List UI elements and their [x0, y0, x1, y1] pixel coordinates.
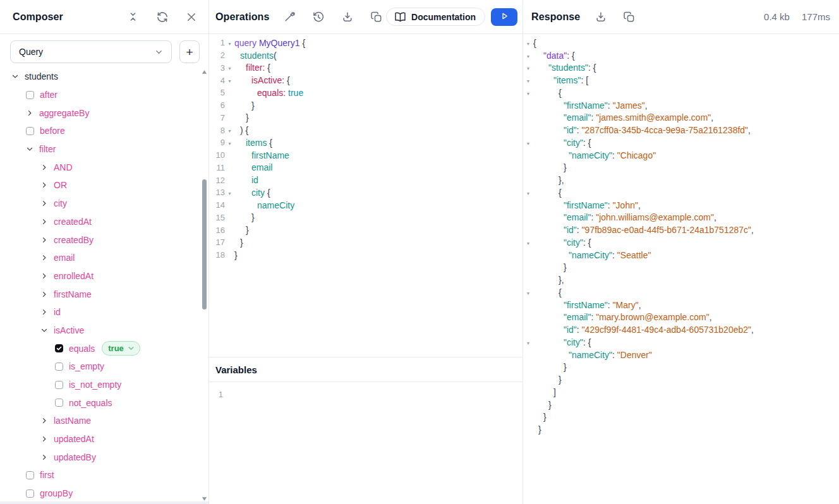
- horizontal-scroll-track[interactable]: [0, 501, 208, 504]
- tree-item-first[interactable]: first: [0, 466, 201, 484]
- operation-type-select[interactable]: Query: [10, 40, 172, 63]
- chevron-right-icon[interactable]: [40, 453, 48, 461]
- tree-item-createdBy[interactable]: createdBy: [0, 231, 201, 249]
- fold-toggle-icon[interactable]: ▾: [523, 39, 533, 47]
- chevron-right-icon[interactable]: [40, 308, 48, 316]
- tree-item-lastName[interactable]: lastName: [0, 412, 201, 430]
- collapse-vertical-icon[interactable]: [127, 11, 139, 23]
- chevron-down-icon[interactable]: [26, 145, 33, 153]
- tree-item-label: is_not_empty: [69, 380, 121, 390]
- add-operation-button[interactable]: +: [179, 40, 200, 63]
- tree-item-updatedAt[interactable]: updatedAt: [0, 430, 201, 448]
- tree-item-equals[interactable]: equalstrue: [0, 339, 201, 357]
- fold-toggle-icon[interactable]: ▾: [225, 189, 234, 196]
- fold-toggle-icon[interactable]: ▾: [523, 239, 533, 246]
- fold-toggle-icon[interactable]: ▾: [523, 52, 533, 59]
- fold-toggle-icon[interactable]: ▾: [225, 126, 234, 134]
- tree-item-OR[interactable]: OR: [0, 176, 201, 195]
- chevron-right-icon[interactable]: [40, 200, 48, 207]
- copy-icon[interactable]: [623, 11, 636, 23]
- checkbox[interactable]: [26, 127, 34, 135]
- copy-icon[interactable]: [370, 11, 383, 23]
- fold-toggle-icon[interactable]: ▾: [523, 189, 533, 196]
- run-query-button[interactable]: [491, 8, 517, 26]
- fold-toggle-icon[interactable]: ▾: [225, 39, 234, 47]
- fold-toggle-icon[interactable]: ▾: [523, 64, 533, 71]
- chevron-right-icon[interactable]: [40, 254, 48, 261]
- download-icon[interactable]: [341, 11, 354, 23]
- chevron-down-icon[interactable]: [40, 327, 48, 334]
- tree-item-email[interactable]: email: [0, 249, 201, 267]
- query-code-line: 5equals: true: [209, 87, 522, 99]
- prettify-wand-icon[interactable]: [283, 11, 296, 23]
- scroll-down-arrow[interactable]: [202, 496, 207, 501]
- download-icon[interactable]: [595, 11, 607, 23]
- scroll-up-arrow[interactable]: [202, 69, 207, 75]
- chevron-down-icon[interactable]: [11, 73, 19, 80]
- tree-item-updatedBy[interactable]: updatedBy: [0, 448, 201, 466]
- checkbox[interactable]: [26, 489, 34, 498]
- line-number: 13: [209, 188, 225, 197]
- chevron-right-icon[interactable]: [40, 435, 48, 443]
- chevron-right-icon[interactable]: [40, 236, 48, 244]
- refresh-icon[interactable]: [156, 11, 169, 23]
- documentation-button[interactable]: Documentation: [386, 8, 485, 26]
- history-icon[interactable]: [312, 11, 325, 23]
- fold-toggle-icon[interactable]: ▾: [225, 64, 234, 71]
- fold-spacer: [523, 366, 533, 368]
- chevron-right-icon[interactable]: [40, 417, 48, 424]
- tree-item-not_equals[interactable]: not_equals: [0, 393, 201, 412]
- fold-toggle-icon[interactable]: ▾: [523, 89, 533, 97]
- checkbox[interactable]: [26, 471, 34, 479]
- chevron-right-icon[interactable]: [26, 109, 33, 117]
- query-code-line: 11email: [209, 162, 522, 174]
- tree-item-firstName[interactable]: firstName: [0, 285, 201, 303]
- tree-item-students[interactable]: students: [0, 68, 201, 86]
- tree-item-label: lastName: [54, 416, 91, 426]
- tree-item-id[interactable]: id: [0, 303, 201, 321]
- fold-toggle-icon[interactable]: ▾: [523, 76, 533, 84]
- response-json-line: "id": "97fb89ac-e0ad-44f5-b671-24a1b7512…: [523, 224, 839, 236]
- scrollbar-thumb[interactable]: [202, 179, 207, 309]
- tree-item-after[interactable]: after: [0, 86, 201, 104]
- response-json-line: "firstName": "John",: [523, 199, 839, 212]
- tree-item-before[interactable]: before: [0, 122, 201, 140]
- field-tree[interactable]: studentsafteraggregateBybeforefilterANDO…: [0, 68, 201, 501]
- tree-item-isActive[interactable]: isActive: [0, 321, 201, 340]
- fold-toggle-icon[interactable]: ▾: [523, 139, 533, 147]
- chevron-right-icon[interactable]: [40, 291, 48, 298]
- tree-item-is_empty[interactable]: is_empty: [0, 357, 201, 376]
- fold-toggle-icon[interactable]: ▾: [225, 76, 234, 84]
- chevron-right-icon[interactable]: [40, 272, 48, 280]
- query-editor[interactable]: 1▾query MyQuery1 {2students(3▾filter: {4…: [209, 35, 522, 357]
- composer-scrollbar[interactable]: [202, 68, 207, 501]
- fold-toggle-icon[interactable]: ▾: [523, 339, 533, 346]
- chevron-right-icon[interactable]: [40, 181, 48, 189]
- checkbox[interactable]: [55, 399, 63, 407]
- fold-toggle-icon[interactable]: ▾: [225, 139, 234, 147]
- chevron-right-icon[interactable]: [40, 218, 48, 225]
- response-viewer[interactable]: ▾{▾"data": {▾"students": {▾"items": [▾{"…: [523, 35, 839, 504]
- checkbox[interactable]: [55, 381, 63, 389]
- variables-header: Variables: [209, 357, 522, 382]
- tree-item-is_not_empty[interactable]: is_not_empty: [0, 376, 201, 394]
- fold-spacer: [225, 204, 234, 206]
- chevron-right-icon[interactable]: [40, 164, 48, 171]
- checkbox[interactable]: [55, 363, 63, 371]
- query-code-line: 6}: [209, 99, 522, 112]
- checkbox-checked[interactable]: [55, 344, 63, 352]
- tree-item-AND[interactable]: AND: [0, 158, 201, 176]
- tree-item-city[interactable]: city: [0, 195, 201, 213]
- tree-item-label: before: [40, 126, 65, 136]
- response-json-line: "firstName": "James",: [523, 99, 839, 112]
- tree-item-groupBy[interactable]: groupBy: [0, 484, 201, 501]
- value-dropdown[interactable]: true: [102, 341, 140, 356]
- checkbox[interactable]: [26, 91, 34, 99]
- tree-item-enrolledAt[interactable]: enrolledAt: [0, 267, 201, 285]
- tree-item-filter[interactable]: filter: [0, 140, 201, 159]
- tree-item-createdAt[interactable]: createdAt: [0, 213, 201, 231]
- close-icon[interactable]: [186, 11, 197, 23]
- variables-editor[interactable]: 1: [209, 383, 522, 504]
- fold-toggle-icon[interactable]: ▾: [523, 289, 533, 296]
- tree-item-aggregateBy[interactable]: aggregateBy: [0, 104, 201, 122]
